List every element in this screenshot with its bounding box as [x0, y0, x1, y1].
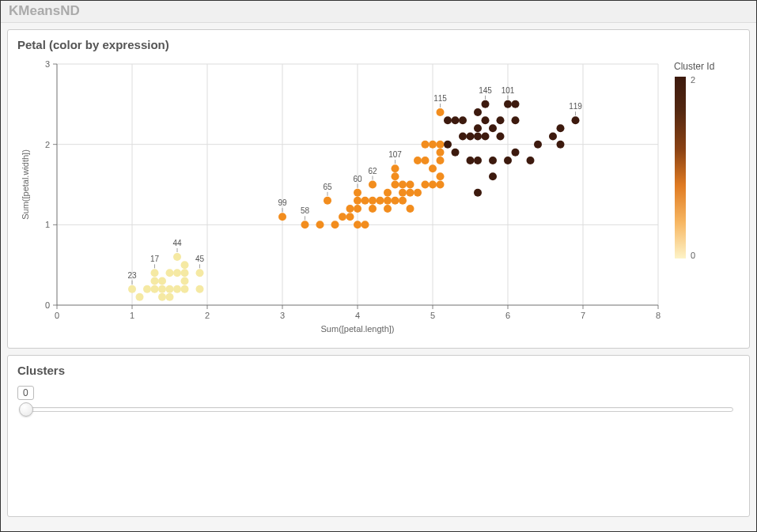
data-point[interactable]: [181, 269, 189, 277]
data-point[interactable]: [474, 124, 482, 132]
data-point[interactable]: [158, 285, 166, 293]
data-point[interactable]: [151, 269, 159, 277]
data-point[interactable]: [474, 157, 482, 164]
data-point[interactable]: [158, 293, 166, 301]
data-point[interactable]: [422, 157, 430, 164]
data-point[interactable]: [392, 172, 399, 180]
data-point[interactable]: [384, 189, 392, 197]
data-point[interactable]: [497, 116, 505, 124]
data-point[interactable]: [422, 181, 430, 189]
data-point[interactable]: [557, 141, 565, 149]
data-point[interactable]: [354, 205, 361, 213]
data-point[interactable]: [422, 141, 430, 149]
data-point[interactable]: [482, 133, 490, 141]
data-point[interactable]: [444, 141, 452, 149]
data-point[interactable]: [489, 172, 497, 180]
data-point[interactable]: [392, 164, 399, 172]
data-point[interactable]: [158, 277, 166, 285]
data-point[interactable]: [572, 116, 580, 124]
data-point[interactable]: [384, 205, 392, 213]
data-point[interactable]: [354, 189, 361, 197]
data-point[interactable]: [504, 100, 512, 108]
data-point[interactable]: [301, 221, 309, 228]
data-point[interactable]: [429, 181, 437, 189]
data-point[interactable]: [437, 157, 445, 164]
data-point[interactable]: [414, 189, 422, 197]
data-point[interactable]: [474, 108, 482, 116]
data-point[interactable]: [407, 205, 414, 213]
data-point[interactable]: [399, 181, 407, 189]
data-point[interactable]: [196, 285, 204, 293]
data-point[interactable]: [181, 285, 189, 293]
data-point[interactable]: [173, 269, 181, 277]
data-point[interactable]: [504, 157, 512, 164]
data-point[interactable]: [437, 181, 445, 189]
data-point[interactable]: [151, 285, 159, 293]
data-point[interactable]: [384, 197, 392, 205]
data-point[interactable]: [166, 285, 174, 293]
data-point[interactable]: [429, 164, 437, 172]
data-point[interactable]: [346, 205, 354, 213]
data-point[interactable]: [399, 197, 407, 205]
data-point[interactable]: [474, 189, 482, 197]
data-point[interactable]: [474, 133, 482, 141]
data-point[interactable]: [316, 221, 324, 228]
data-point[interactable]: [437, 108, 445, 116]
data-point[interactable]: [399, 189, 407, 197]
data-point[interactable]: [166, 269, 174, 277]
data-point[interactable]: [407, 181, 414, 189]
data-point[interactable]: [467, 157, 475, 164]
data-point[interactable]: [489, 124, 497, 132]
data-point[interactable]: [354, 221, 361, 228]
data-point[interactable]: [346, 213, 354, 221]
data-point[interactable]: [437, 149, 445, 157]
data-point[interactable]: [482, 116, 490, 124]
data-point[interactable]: [512, 116, 520, 124]
data-point[interactable]: [527, 157, 535, 164]
data-point[interactable]: [482, 100, 490, 108]
clusters-slider[interactable]: [17, 402, 740, 419]
data-point[interactable]: [331, 221, 339, 228]
slider-thumb[interactable]: [19, 402, 33, 417]
data-point[interactable]: [497, 133, 505, 141]
data-point[interactable]: [459, 133, 467, 141]
data-point[interactable]: [512, 100, 520, 108]
data-point[interactable]: [459, 116, 467, 124]
data-point[interactable]: [128, 285, 136, 293]
data-point[interactable]: [414, 157, 422, 164]
data-point[interactable]: [361, 221, 369, 228]
data-point[interactable]: [392, 197, 399, 205]
data-point[interactable]: [151, 277, 159, 285]
data-point[interactable]: [467, 133, 475, 141]
data-point[interactable]: [437, 141, 445, 149]
data-point[interactable]: [361, 197, 369, 205]
data-point[interactable]: [377, 197, 384, 205]
data-point[interactable]: [354, 197, 361, 205]
data-point[interactable]: [452, 149, 460, 157]
data-point[interactable]: [143, 285, 151, 293]
data-point[interactable]: [452, 116, 460, 124]
data-point[interactable]: [429, 141, 437, 149]
data-point[interactable]: [173, 285, 181, 293]
data-point[interactable]: [166, 293, 174, 301]
data-point[interactable]: [173, 253, 181, 261]
data-point[interactable]: [369, 205, 377, 213]
data-point[interactable]: [489, 157, 497, 164]
data-point[interactable]: [534, 141, 542, 149]
data-point[interactable]: [278, 213, 286, 221]
data-point[interactable]: [407, 189, 414, 197]
scatter-plot[interactable]: 0123456780123Sum([petal.length])Sum([pet…: [17, 56, 666, 337]
data-point[interactable]: [392, 181, 399, 189]
data-point[interactable]: [512, 149, 520, 157]
data-point[interactable]: [549, 133, 557, 141]
data-point[interactable]: [181, 261, 189, 269]
data-point[interactable]: [136, 293, 144, 301]
data-point[interactable]: [196, 269, 204, 277]
data-point[interactable]: [324, 197, 331, 205]
data-point[interactable]: [444, 116, 452, 124]
data-point[interactable]: [437, 172, 445, 180]
data-point[interactable]: [557, 124, 565, 132]
data-point[interactable]: [369, 181, 377, 189]
data-point[interactable]: [339, 213, 346, 221]
data-point[interactable]: [181, 277, 189, 285]
